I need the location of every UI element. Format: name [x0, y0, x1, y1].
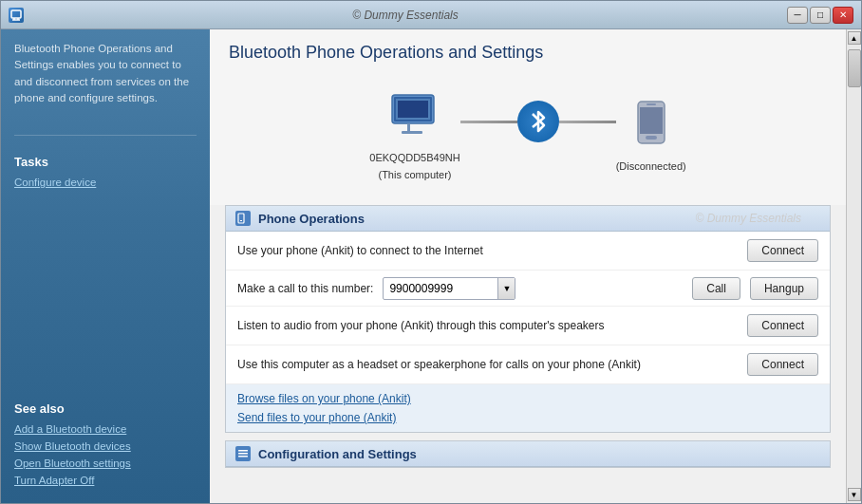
computer-label-line2: (This computer)	[378, 169, 451, 180]
svg-rect-16	[238, 450, 248, 452]
content-scroll: Bluetooth Phone Operations and Settings	[210, 29, 846, 503]
maximize-button[interactable]: □	[810, 7, 831, 24]
phone-operations-header: Phone Operations © Dummy Essentials	[226, 206, 830, 232]
close-button[interactable]: ✕	[833, 7, 853, 24]
computer-device: 0EKQQDD5B49NH (This computer)	[369, 85, 459, 180]
see-also-section: See also Add a Bluetooth device Show Blu…	[14, 392, 197, 492]
svg-rect-8	[407, 123, 410, 131]
computer-icon	[384, 85, 445, 146]
config-panel: Configuration and Settings	[225, 440, 831, 468]
open-bluetooth-settings-link[interactable]: Open Bluetooth settings	[14, 457, 197, 469]
svg-rect-17	[238, 453, 248, 455]
svg-rect-9	[402, 131, 422, 134]
scroll-thumb[interactable]	[848, 49, 861, 87]
sidebar-description: Bluetooth Phone Operations and Settings …	[14, 41, 197, 106]
connector-right	[559, 121, 616, 123]
audio-connect-text: Listen to audio from your phone (Ankit) …	[237, 319, 738, 332]
scroll-down-button[interactable]: ▼	[848, 488, 861, 501]
phone-ops-icon	[235, 211, 251, 226]
svg-rect-14	[238, 214, 244, 223]
config-title: Configuration and Settings	[258, 447, 417, 461]
content-header: Bluetooth Phone Operations and Settings	[210, 29, 846, 205]
svg-rect-18	[238, 456, 248, 457]
title-bar: © Dummy Essentials ─ □ ✕	[1, 1, 861, 29]
window-controls: ─ □ ✕	[787, 7, 853, 24]
file-links-row: Browse files on your phone (Ankit) Send …	[226, 384, 830, 432]
svg-rect-13	[646, 103, 656, 105]
phone-device: (Disconnected)	[616, 94, 686, 172]
phone-number-input[interactable]	[384, 279, 497, 298]
configure-device-link[interactable]: Configure device	[14, 177, 197, 188]
device-diagram: 0EKQQDD5B49NH (This computer)	[229, 76, 827, 196]
svg-rect-0	[11, 10, 21, 18]
send-files-link[interactable]: Send files to your phone (Ankit)	[237, 408, 818, 427]
hangup-button[interactable]: Hangup	[750, 277, 818, 300]
right-wrapper: Bluetooth Phone Operations and Settings	[210, 29, 861, 503]
phone-icon	[621, 94, 682, 155]
phone-dropdown-button[interactable]: ▼	[497, 278, 515, 299]
phone-number-row: Make a call to this number: ▼ Call Hangu…	[226, 271, 830, 307]
internet-connect-text: Use your phone (Ankit) to connect to the…	[237, 244, 738, 257]
phone-ops-watermark: © Dummy Essentials	[695, 212, 801, 225]
phone-number-label: Make a call to this number:	[237, 282, 373, 295]
connector-left	[460, 121, 517, 123]
show-bluetooth-devices-link[interactable]: Show Bluetooth devices	[14, 440, 197, 452]
computer-label-line1: 0EKQQDD5B49NH	[369, 152, 459, 163]
sidebar: Bluetooth Phone Operations and Settings …	[1, 29, 210, 503]
headset-connect-button[interactable]: Connect	[747, 353, 818, 376]
config-header: Configuration and Settings	[226, 441, 830, 467]
main-layout: Bluetooth Phone Operations and Settings …	[1, 29, 861, 503]
internet-connect-row: Use your phone (Ankit) to connect to the…	[226, 232, 830, 271]
headset-connect-text: Use this computer as a headset or speake…	[237, 358, 738, 371]
phone-input-wrap: ▼	[383, 277, 515, 300]
bluetooth-icon	[517, 101, 559, 142]
window-icon	[9, 8, 24, 23]
internet-connect-button[interactable]: Connect	[747, 239, 818, 262]
see-also-heading: See also	[14, 401, 197, 416]
svg-rect-12	[646, 136, 657, 140]
browse-files-link[interactable]: Browse files on your phone (Ankit)	[237, 389, 818, 408]
headset-connect-row: Use this computer as a headset or speake…	[226, 345, 830, 384]
scroll-track[interactable]	[848, 45, 861, 488]
sidebar-divider-1	[14, 135, 197, 136]
main-window: © Dummy Essentials ─ □ ✕ Bluetooth Phone…	[0, 0, 862, 504]
turn-adapter-off-link[interactable]: Turn Adapter Off	[14, 475, 197, 486]
svg-rect-11	[640, 107, 663, 134]
phone-operations-panel: Phone Operations © Dummy Essentials Use …	[225, 205, 831, 433]
svg-rect-7	[398, 101, 428, 118]
add-bluetooth-device-link[interactable]: Add a Bluetooth device	[14, 423, 197, 435]
audio-connect-row: Listen to audio from your phone (Ankit) …	[226, 307, 830, 345]
phone-label: (Disconnected)	[616, 160, 686, 172]
call-button[interactable]: Call	[692, 277, 740, 300]
audio-connect-button[interactable]: Connect	[747, 314, 818, 337]
window-title: © Dummy Essentials	[24, 9, 787, 22]
scrollbar[interactable]: ▲ ▼	[846, 29, 861, 503]
tasks-heading: Tasks	[14, 155, 197, 169]
page-title: Bluetooth Phone Operations and Settings	[229, 43, 827, 63]
minimize-button[interactable]: ─	[787, 7, 808, 24]
scroll-up-button[interactable]: ▲	[848, 31, 861, 45]
config-icon	[235, 446, 251, 461]
phone-ops-title: Phone Operations	[258, 212, 365, 226]
